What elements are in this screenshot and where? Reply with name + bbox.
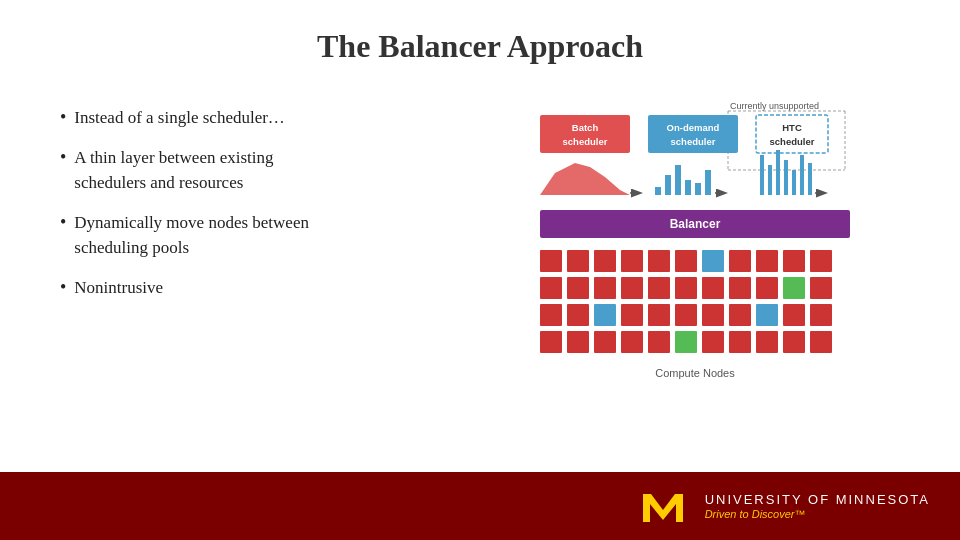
svg-marker-14 bbox=[540, 163, 630, 195]
svg-text:HTC: HTC bbox=[782, 122, 802, 133]
svg-rect-74 bbox=[756, 331, 778, 353]
svg-rect-45 bbox=[567, 277, 589, 299]
svg-text:scheduler: scheduler bbox=[671, 136, 716, 147]
university-name: University of Minnesota bbox=[705, 492, 930, 507]
svg-rect-75 bbox=[783, 331, 805, 353]
svg-rect-52 bbox=[756, 277, 778, 299]
svg-rect-27 bbox=[792, 170, 796, 195]
svg-rect-19 bbox=[685, 180, 691, 195]
svg-rect-29 bbox=[808, 163, 812, 195]
svg-rect-34 bbox=[567, 250, 589, 272]
svg-rect-47 bbox=[621, 277, 643, 299]
svg-rect-25 bbox=[776, 150, 780, 195]
svg-rect-66 bbox=[540, 331, 562, 353]
svg-rect-73 bbox=[729, 331, 751, 353]
umn-logo bbox=[637, 480, 689, 532]
balancer-diagram: Currently unsupported Batch scheduler On… bbox=[420, 95, 850, 435]
svg-text:scheduler: scheduler bbox=[563, 136, 608, 147]
slide-title: The Balancer Approach bbox=[317, 28, 643, 64]
svg-rect-71 bbox=[675, 331, 697, 353]
svg-rect-58 bbox=[621, 304, 643, 326]
svg-rect-48 bbox=[648, 277, 670, 299]
svg-rect-68 bbox=[594, 331, 616, 353]
main-content: The Balancer Approach Instead of a singl… bbox=[0, 0, 960, 472]
svg-rect-37 bbox=[648, 250, 670, 272]
svg-text:Compute Nodes: Compute Nodes bbox=[655, 367, 735, 379]
svg-rect-44 bbox=[540, 277, 562, 299]
svg-rect-35 bbox=[594, 250, 616, 272]
svg-rect-59 bbox=[648, 304, 670, 326]
body-area: Instead of a single scheduler… A thin la… bbox=[60, 85, 900, 472]
svg-rect-67 bbox=[567, 331, 589, 353]
svg-text:On-demand: On-demand bbox=[667, 122, 720, 133]
diagram-area: Currently unsupported Batch scheduler On… bbox=[370, 85, 900, 435]
title-area: The Balancer Approach bbox=[60, 0, 900, 85]
svg-rect-42 bbox=[783, 250, 805, 272]
svg-rect-63 bbox=[756, 304, 778, 326]
svg-rect-62 bbox=[729, 304, 751, 326]
list-item: Instead of a single scheduler… bbox=[60, 105, 340, 131]
svg-rect-53 bbox=[783, 277, 805, 299]
svg-rect-72 bbox=[702, 331, 724, 353]
svg-rect-61 bbox=[702, 304, 724, 326]
svg-rect-65 bbox=[810, 304, 832, 326]
svg-rect-46 bbox=[594, 277, 616, 299]
svg-rect-5 bbox=[540, 115, 630, 153]
svg-rect-20 bbox=[695, 183, 701, 195]
footer: University of Minnesota Driven to Discov… bbox=[0, 472, 960, 540]
bullet-list: Instead of a single scheduler… A thin la… bbox=[60, 85, 340, 314]
svg-text:Balancer: Balancer bbox=[670, 217, 721, 231]
svg-rect-41 bbox=[756, 250, 778, 272]
list-item: Dynamically move nodes between schedulin… bbox=[60, 210, 340, 261]
svg-rect-64 bbox=[783, 304, 805, 326]
svg-rect-40 bbox=[729, 250, 751, 272]
svg-rect-21 bbox=[705, 170, 711, 195]
svg-rect-39 bbox=[702, 250, 724, 272]
svg-text:Batch: Batch bbox=[572, 122, 599, 133]
svg-rect-24 bbox=[768, 165, 772, 195]
tagline: Driven to Discover™ bbox=[705, 508, 806, 520]
svg-rect-36 bbox=[621, 250, 643, 272]
svg-rect-33 bbox=[540, 250, 562, 272]
svg-rect-43 bbox=[810, 250, 832, 272]
svg-rect-23 bbox=[760, 155, 764, 195]
svg-rect-18 bbox=[675, 165, 681, 195]
svg-rect-49 bbox=[675, 277, 697, 299]
svg-rect-26 bbox=[784, 160, 788, 195]
svg-rect-17 bbox=[665, 175, 671, 195]
svg-text:scheduler: scheduler bbox=[770, 136, 815, 147]
svg-rect-57 bbox=[594, 304, 616, 326]
svg-rect-38 bbox=[675, 250, 697, 272]
svg-rect-60 bbox=[675, 304, 697, 326]
footer-text: University of Minnesota Driven to Discov… bbox=[705, 492, 930, 520]
svg-rect-70 bbox=[648, 331, 670, 353]
list-item: Nonintrusive bbox=[60, 275, 340, 301]
svg-rect-51 bbox=[729, 277, 751, 299]
svg-rect-56 bbox=[567, 304, 589, 326]
list-item: A thin layer between existing schedulers… bbox=[60, 145, 340, 196]
svg-rect-11 bbox=[756, 115, 828, 153]
svg-rect-50 bbox=[702, 277, 724, 299]
svg-rect-55 bbox=[540, 304, 562, 326]
svg-rect-76 bbox=[810, 331, 832, 353]
svg-rect-8 bbox=[648, 115, 738, 153]
svg-rect-69 bbox=[621, 331, 643, 353]
svg-rect-16 bbox=[655, 187, 661, 195]
svg-rect-54 bbox=[810, 277, 832, 299]
svg-rect-28 bbox=[800, 155, 804, 195]
svg-text:Currently unsupported: Currently unsupported bbox=[730, 101, 819, 111]
slide: The Balancer Approach Instead of a singl… bbox=[0, 0, 960, 540]
